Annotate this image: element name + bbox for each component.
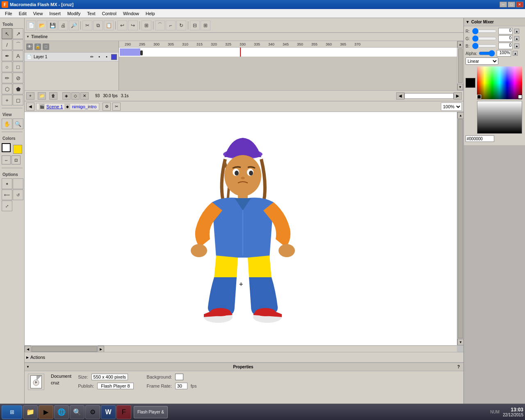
eyedropper-tool[interactable]: +: [2, 95, 12, 105]
show-all-layers-icon[interactable]: 👁: [26, 43, 33, 50]
stage-hscroll-left[interactable]: ◀: [25, 346, 31, 352]
menu-window[interactable]: Window: [120, 10, 142, 17]
taskbar-flash[interactable]: F: [116, 405, 131, 419]
timeline-scroll-bar[interactable]: [404, 93, 454, 99]
distribute-btn[interactable]: ⊞: [201, 21, 210, 30]
menu-help[interactable]: Help: [142, 10, 158, 17]
snap-btn[interactable]: ⊞: [142, 21, 151, 30]
red-slider[interactable]: [472, 29, 497, 33]
green-value[interactable]: 0: [498, 35, 513, 42]
lock-all-layers-icon[interactable]: 🔒: [34, 43, 41, 50]
playhead[interactable]: [240, 48, 241, 57]
print-btn[interactable]: 🖨: [58, 21, 68, 30]
stage-hscroll-thumb[interactable]: [32, 346, 97, 352]
layer-lock-icon[interactable]: •: [104, 54, 110, 60]
brightness-slider[interactable]: [477, 101, 522, 134]
symbol-label[interactable]: nimigo_intro: [72, 104, 96, 109]
menu-modify[interactable]: Modify: [64, 10, 84, 17]
stage-vscroll-thumb[interactable]: [458, 119, 463, 338]
ink-bottle-tool[interactable]: ⬡: [2, 84, 12, 94]
redo-btn[interactable]: ↪: [128, 21, 138, 30]
zoom-select[interactable]: 25% 50% 75% 100% 150% 200% 400%: [441, 103, 462, 111]
add-blank-keyframe-btn[interactable]: ◇: [71, 92, 80, 100]
tl-scroll-thumb[interactable]: [458, 48, 463, 83]
scene-label[interactable]: Scene 1: [46, 104, 63, 109]
blue-value[interactable]: 0: [498, 43, 513, 49]
minimize-button[interactable]: ─: [500, 2, 507, 7]
stroke-color[interactable]: [2, 143, 11, 152]
timeline-vertical-scrollbar[interactable]: ▲ ▼: [457, 41, 463, 90]
layer-1-row[interactable]: 📄 Layer 1 ✏ • •: [25, 52, 119, 62]
black-swatch[interactable]: [466, 78, 475, 88]
gradient-type-select[interactable]: None Linear Radial Bitmap: [466, 57, 498, 65]
taskbar-media-player[interactable]: ▶: [39, 405, 53, 419]
hex-input[interactable]: #000000: [466, 135, 494, 142]
tl-scroll-up[interactable]: ▲: [457, 41, 463, 48]
outline-all-layers-icon[interactable]: □: [43, 43, 49, 50]
taskbar-file-explorer[interactable]: 📁: [23, 405, 38, 419]
background-color-preview[interactable]: [175, 374, 183, 380]
properties-expand-btn[interactable]: ?: [455, 364, 462, 370]
alpha-up-btn[interactable]: ▲: [513, 51, 518, 56]
alpha-value[interactable]: 100%: [497, 50, 511, 57]
arrow-tool[interactable]: ↖: [2, 28, 12, 39]
alpha-slider[interactable]: [479, 51, 495, 55]
hand-tool[interactable]: ✋: [2, 119, 12, 129]
paste-btn[interactable]: 📋: [104, 21, 114, 30]
open-file-btn[interactable]: 📂: [37, 21, 47, 30]
line-tool[interactable]: /: [2, 39, 12, 50]
smooth-curves-btn[interactable]: ⌒: [155, 21, 165, 30]
preview-btn[interactable]: 🔎: [69, 21, 79, 30]
stage-vertical-scrollbar[interactable]: ▲ ▼: [457, 112, 463, 345]
close-button[interactable]: ✕: [516, 2, 523, 7]
copy-btn[interactable]: ⧉: [93, 21, 103, 30]
delete-layer-btn[interactable]: 🗑: [49, 92, 57, 100]
default-colors-btn[interactable]: ⊡: [11, 155, 21, 164]
maximize-button[interactable]: □: [508, 2, 515, 7]
pen-tool[interactable]: ✒: [2, 50, 12, 61]
layer-pencil-icon[interactable]: ✏: [89, 54, 95, 60]
menu-text[interactable]: Text: [84, 10, 98, 17]
menu-edit[interactable]: Edit: [16, 10, 30, 17]
flash-player-task[interactable]: Flash Player &: [134, 406, 168, 418]
menu-control[interactable]: Control: [98, 10, 119, 17]
gradient-stop-left[interactable]: [477, 95, 481, 99]
menu-insert[interactable]: Insert: [46, 10, 64, 17]
taskbar-settings[interactable]: ⚙: [85, 405, 100, 419]
timeline-scroll-left[interactable]: ◀: [396, 92, 404, 100]
start-button[interactable]: ⊞: [2, 405, 22, 419]
taskbar-word[interactable]: W: [101, 405, 116, 419]
rect-tool[interactable]: □: [13, 62, 23, 72]
tl-scroll-down[interactable]: ▼: [457, 84, 463, 90]
layer-visible-icon[interactable]: •: [96, 54, 102, 60]
menu-view[interactable]: View: [30, 10, 46, 17]
swap-colors-btn[interactable]: ↔: [2, 155, 11, 164]
lasso-tool[interactable]: ⌒: [13, 39, 23, 50]
remove-frame-btn[interactable]: ✕: [80, 92, 89, 100]
red-value[interactable]: 0: [498, 28, 513, 34]
gradient-stop-right[interactable]: [518, 95, 522, 99]
oval-tool[interactable]: ○: [2, 62, 12, 72]
stage-vscroll-up[interactable]: ▲: [457, 112, 463, 119]
add-layer-btn[interactable]: +: [26, 92, 34, 100]
pencil-tool[interactable]: ✏: [2, 73, 12, 83]
frame-rate-input[interactable]: 30: [175, 383, 187, 389]
stage-settings-btn[interactable]: ⚙: [103, 103, 111, 111]
align-left-btn[interactable]: ⊟: [190, 21, 200, 30]
straighten-btn[interactable]: ⟵: [2, 189, 12, 200]
rotate-cw-btn[interactable]: ↻: [176, 21, 186, 30]
stage-vscroll-down[interactable]: ▼: [457, 339, 463, 345]
smooth-btn[interactable]: [13, 178, 23, 189]
text-tool[interactable]: A: [13, 50, 23, 61]
subselect-tool[interactable]: ↗: [13, 28, 23, 39]
timeline-scroll-right[interactable]: ▶: [454, 92, 462, 100]
color-mixer-collapse-icon[interactable]: ▼: [466, 20, 470, 24]
zoom-tool[interactable]: 🔍: [13, 119, 23, 129]
eraser-tool[interactable]: ◻: [13, 95, 23, 105]
undo-btn[interactable]: ↩: [117, 21, 127, 30]
stage-horizontal-scrollbar[interactable]: ◀ ▶: [25, 345, 457, 352]
taskbar-chrome[interactable]: 🌐: [54, 405, 69, 419]
b-up-btn[interactable]: ▲: [514, 43, 519, 48]
publish-btn[interactable]: Flash Player 8: [97, 383, 133, 389]
straighten-curves-btn[interactable]: ⌐: [166, 21, 176, 30]
